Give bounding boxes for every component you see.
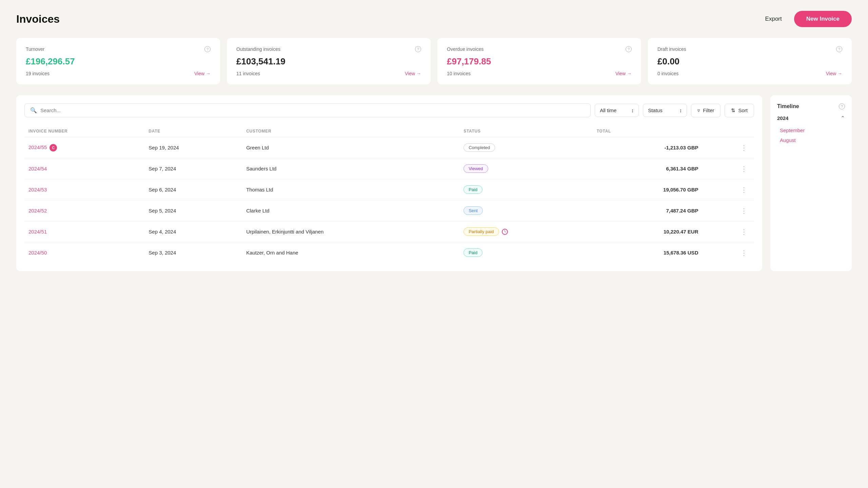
summary-card-2: Overdue invoices ? £97,179.85 10 invoice…	[437, 38, 641, 84]
invoice-status-cell: Completed	[459, 137, 593, 158]
filter-button[interactable]: ▿ Filter	[691, 104, 721, 117]
row-menu-button[interactable]: ⋮	[738, 143, 750, 153]
table-row: 2024/50Sep 3, 2024Kautzer, Orn and HaneP…	[24, 242, 754, 263]
invoice-number[interactable]: 2024/55	[28, 144, 47, 150]
filter-icon: ▿	[697, 107, 700, 114]
invoice-number[interactable]: 2024/50	[28, 250, 47, 256]
invoice-actions-cell: ⋮	[702, 242, 754, 263]
card-view-link[interactable]: View →	[405, 71, 421, 76]
invoice-number-cell: 2024/53	[24, 179, 144, 200]
status-badge: Viewed	[463, 164, 488, 173]
invoice-customer-cell: Urpilainen, Erkinjuntti and Viljanen	[242, 221, 459, 242]
row-menu-button[interactable]: ⋮	[738, 206, 750, 216]
invoice-status-cell: Viewed	[459, 158, 593, 179]
invoice-date-cell: Sep 7, 2024	[144, 158, 242, 179]
export-button[interactable]: Export	[760, 12, 787, 26]
card-footer: 0 invoices View →	[657, 71, 842, 76]
card-label: Turnover	[26, 46, 45, 52]
card-header: Overdue invoices ?	[447, 46, 632, 52]
chevron-updown-icon: ↕	[631, 107, 634, 113]
status-select[interactable]: Status ↕	[643, 104, 687, 117]
table-col-invoice-number: INVOICE NUMBER	[24, 125, 144, 137]
invoice-number-cell: 2024/51	[24, 221, 144, 242]
row-menu-button[interactable]: ⋮	[738, 227, 750, 237]
timeline-months: SeptemberAugust	[777, 125, 845, 145]
invoice-actions-cell: ⋮	[702, 179, 754, 200]
table-col-customer: CUSTOMER	[242, 125, 459, 137]
card-amount: £97,179.85	[447, 56, 632, 67]
chevron-updown-icon2: ↕	[679, 107, 682, 113]
card-view-link[interactable]: View →	[826, 71, 842, 76]
table-row: 2024/53Sep 6, 2024Thomas LtdPaid19,056.7…	[24, 179, 754, 200]
all-time-select[interactable]: All time ↕	[595, 104, 639, 117]
table-row: 2024/51Sep 4, 2024Urpilainen, Erkinjuntt…	[24, 221, 754, 242]
timeline-month-august[interactable]: August	[777, 135, 845, 145]
invoice-actions-cell: ⋮	[702, 221, 754, 242]
card-view-link[interactable]: View →	[615, 71, 632, 76]
status-label: Status	[648, 107, 663, 113]
invoice-date-cell: Sep 4, 2024	[144, 221, 242, 242]
invoice-actions-cell: ⋮	[702, 158, 754, 179]
card-header: Outstanding invoices ?	[236, 46, 421, 52]
row-menu-button[interactable]: ⋮	[738, 164, 750, 174]
invoice-status-cell: Paid	[459, 179, 593, 200]
new-invoice-button[interactable]: New Invoice	[794, 11, 852, 27]
invoice-total-cell: 10,220.47 EUR	[593, 221, 703, 242]
card-count: 19 invoices	[26, 71, 50, 76]
sort-icon: ⇅	[731, 107, 735, 114]
status-badge: Completed	[463, 143, 495, 152]
main-content: 🔍 All time ↕ Status ↕ ▿ Filter ⇅ Sort	[16, 95, 852, 271]
invoice-panel: 🔍 All time ↕ Status ↕ ▿ Filter ⇅ Sort	[16, 95, 762, 271]
invoice-total-cell: 15,678.36 USD	[593, 242, 703, 263]
search-wrap: 🔍	[24, 103, 591, 117]
invoice-date-cell: Sep 3, 2024	[144, 242, 242, 263]
row-menu-button[interactable]: ⋮	[738, 248, 750, 258]
invoice-customer-cell: Saunders Ltd	[242, 158, 459, 179]
invoice-status-cell: Paid	[459, 242, 593, 263]
timeline-year-row[interactable]: 2024 ⌃	[777, 115, 845, 121]
invoice-customer-cell: Clarke Ltd	[242, 200, 459, 221]
invoice-number[interactable]: 2024/52	[28, 208, 47, 214]
summary-card-1: Outstanding invoices ? £103,541.19 11 in…	[227, 38, 431, 84]
clock-icon	[502, 229, 508, 235]
card-help-icon[interactable]: ?	[626, 46, 632, 52]
search-input[interactable]	[40, 107, 585, 113]
sort-label: Sort	[738, 107, 748, 113]
row-menu-button[interactable]: ⋮	[738, 185, 750, 195]
search-icon: 🔍	[30, 107, 37, 114]
card-amount: £196,296.57	[26, 56, 211, 67]
card-label: Overdue invoices	[447, 46, 484, 52]
summary-cards: Turnover ? £196,296.57 19 invoices View …	[16, 38, 852, 84]
partial-wrap: Partially paid	[463, 227, 589, 236]
timeline-help-icon[interactable]: ?	[839, 103, 845, 109]
card-help-icon[interactable]: ?	[204, 46, 211, 52]
summary-card-3: Draft invoices ? £0.00 0 invoices View →	[648, 38, 852, 84]
card-view-link[interactable]: View →	[194, 71, 211, 76]
customer-badge: C	[50, 144, 57, 151]
table-row: 2024/55CSep 19, 2024Green LtdCompleted-1…	[24, 137, 754, 158]
timeline-month-september[interactable]: September	[777, 125, 845, 135]
table-body: 2024/55CSep 19, 2024Green LtdCompleted-1…	[24, 137, 754, 263]
card-footer: 11 invoices View →	[236, 71, 421, 76]
invoice-date-cell: Sep 5, 2024	[144, 200, 242, 221]
card-count: 11 invoices	[236, 71, 260, 76]
invoice-total-cell: -1,213.03 GBP	[593, 137, 703, 158]
invoice-customer-cell: Thomas Ltd	[242, 179, 459, 200]
card-help-icon[interactable]: ?	[415, 46, 421, 52]
card-amount: £103,541.19	[236, 56, 421, 67]
page-header: Invoices Export New Invoice	[16, 11, 852, 27]
card-count: 10 invoices	[447, 71, 471, 76]
invoice-number[interactable]: 2024/54	[28, 166, 47, 171]
timeline-collapse-button[interactable]: ⌃	[841, 115, 845, 121]
table-header-row: INVOICE NUMBERDATECUSTOMERSTATUSTOTAL	[24, 125, 754, 137]
sort-button[interactable]: ⇅ Sort	[725, 104, 754, 117]
invoice-number[interactable]: 2024/51	[28, 229, 47, 235]
invoice-number-cell: 2024/52	[24, 200, 144, 221]
card-help-icon[interactable]: ?	[836, 46, 842, 52]
card-footer: 10 invoices View →	[447, 71, 632, 76]
filter-label: Filter	[703, 107, 714, 113]
card-label: Draft invoices	[657, 46, 686, 52]
invoice-total-cell: 19,056.70 GBP	[593, 179, 703, 200]
status-badge: Sent	[463, 206, 483, 215]
invoice-number[interactable]: 2024/53	[28, 187, 47, 192]
